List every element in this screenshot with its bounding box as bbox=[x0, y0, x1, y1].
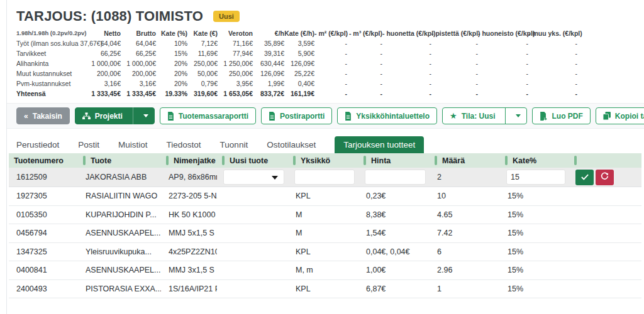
summary-value: 19.33% bbox=[156, 89, 187, 99]
cell-hinta: 8,38€ bbox=[358, 210, 430, 219]
summary-col-header: Netto bbox=[86, 28, 121, 38]
tab-tiedostot[interactable]: Tiedostot bbox=[167, 136, 201, 153]
summary-value: - bbox=[314, 48, 347, 58]
summary-value: 5,90€ bbox=[284, 48, 314, 58]
summary-col-header: Kate (€) bbox=[187, 28, 218, 38]
tab-muistiot[interactable]: Muistiot bbox=[118, 136, 148, 153]
cell-tuote: ASENNUSKAAPEL... bbox=[78, 229, 161, 237]
tab-bar: PerustiedotPostitMuistiotTiedostotTuonni… bbox=[7, 129, 644, 153]
summary-value: 3,59€ bbox=[284, 38, 314, 48]
summary-row-label: Alihankinta bbox=[16, 58, 86, 68]
summary-value: - bbox=[528, 68, 577, 78]
cell-maara: 2.96 bbox=[430, 266, 500, 274]
summary-value: 1 000,00€ bbox=[121, 58, 156, 68]
summary-value: - bbox=[314, 89, 347, 99]
product-row[interactable]: 2400493PISTORASIA EXXA...1S/16A/IP21 PPJ… bbox=[9, 280, 641, 299]
summary-value: 0,79€ bbox=[187, 78, 218, 89]
summary-value: 66,25€ bbox=[121, 48, 156, 58]
column-handle-bar bbox=[505, 156, 508, 165]
summary-value: 3,16€ bbox=[121, 78, 156, 89]
summary-value: 20% bbox=[156, 78, 187, 89]
summary-value: 319,60€ bbox=[187, 89, 218, 99]
margin-input[interactable] bbox=[506, 170, 565, 185]
cell-hinta: 0,23€ bbox=[358, 192, 430, 200]
cell-nimenjatke: HK 50 K1000 bbox=[161, 210, 217, 219]
cell-yksikko: KPL bbox=[288, 192, 358, 200]
unit-input[interactable] bbox=[294, 170, 355, 185]
summary-value: 250,00€ bbox=[187, 58, 218, 68]
create-pdf-button[interactable]: Luo PDF bbox=[532, 107, 590, 124]
price-input[interactable] bbox=[365, 170, 426, 185]
confirm-button[interactable] bbox=[575, 170, 594, 185]
cell-tuote: KUPARIJOHDIN P... bbox=[78, 210, 161, 219]
product-row[interactable]: 1347325Yleisruuvikupuka...4x25PZ2ZN100kp… bbox=[9, 243, 641, 262]
back-button[interactable]: « Takaisin bbox=[16, 107, 70, 124]
cell-tuotenumero: 1927305 bbox=[9, 192, 78, 200]
summary-value: 630,44€ bbox=[253, 58, 284, 68]
product-col-header: Yksikkö bbox=[288, 153, 358, 168]
tab-postit[interactable]: Postit bbox=[78, 136, 99, 153]
summary-value: - bbox=[314, 78, 347, 89]
tab-tuonnit[interactable]: Tuonnit bbox=[220, 136, 248, 153]
unit-price-list-button[interactable]: Yksikköhintaluettelo bbox=[337, 107, 437, 124]
summary-row: Alihankinta1 000,00€1 000,00€20%250,00€1… bbox=[16, 58, 644, 68]
summary-value: - bbox=[347, 68, 382, 78]
product-row-edit[interactable]: 1612509 JAKORASIA ABB AP9, 86x86mm IP...… bbox=[9, 168, 641, 187]
summary-value: 3,16€ bbox=[86, 78, 121, 89]
summary-value: - bbox=[382, 58, 431, 68]
summary-col-header: Kate (%) bbox=[156, 28, 187, 38]
tab-perustiedot[interactable]: Perustiedot bbox=[16, 136, 59, 153]
summary-value: 11,69€ bbox=[187, 48, 218, 58]
cell-kate bbox=[500, 170, 569, 185]
new-product-select[interactable] bbox=[223, 170, 284, 185]
tab-ostotilaukset[interactable]: Ostotilaukset bbox=[267, 136, 316, 153]
project-split-button[interactable]: Projekti bbox=[75, 107, 155, 124]
product-row[interactable]: 0400841ASENNUSKAAPEL...MMJ 3x1,5 S K6M..… bbox=[9, 261, 641, 280]
file-export-icon bbox=[540, 112, 547, 121]
project-dropdown-caret[interactable] bbox=[138, 114, 154, 117]
summary-value: - bbox=[478, 38, 528, 48]
summary-value: 833,72€ bbox=[253, 89, 284, 99]
summary-value: - bbox=[478, 78, 528, 89]
summary-value: - bbox=[431, 89, 478, 99]
check-icon bbox=[581, 173, 589, 182]
summary-value: - bbox=[528, 48, 577, 58]
summary-value: - bbox=[382, 68, 431, 78]
product-mass-report-button[interactable]: Tuotemassaraportti bbox=[160, 107, 256, 124]
cell-hinta: 1,00€ bbox=[358, 266, 430, 274]
product-row[interactable]: 0105350KUPARIJOHDIN P...HK 50 K1000M8,38… bbox=[9, 206, 641, 225]
tab-tarjouksen-tuotteet[interactable]: Tarjouksen tuotteet bbox=[335, 136, 424, 153]
product-col-header: Nimenjatke bbox=[161, 153, 217, 168]
cell-yksikko bbox=[288, 170, 358, 185]
summary-value: - bbox=[431, 78, 478, 89]
cell-tuotenumero: 1612509 bbox=[9, 173, 78, 181]
summary-col-header: - m² (€/kpl) bbox=[314, 28, 347, 38]
column-handle-bar bbox=[574, 156, 577, 165]
reset-button[interactable] bbox=[596, 170, 614, 185]
page-title: TARJOUS: (1088) TOIMISTO bbox=[16, 8, 203, 24]
summary-value: 1 333,45€ bbox=[121, 89, 156, 99]
status-split-button[interactable]: ★ Tila: Uusi bbox=[442, 107, 527, 124]
summary-value: 250,00€ bbox=[218, 68, 253, 78]
copy-quote-button[interactable]: Kopioi tarjous bbox=[596, 107, 644, 124]
copy-icon bbox=[603, 112, 611, 120]
summary-value: 1 250,00€ bbox=[218, 58, 253, 68]
summary-value: 200,00€ bbox=[86, 68, 121, 78]
post-report-button[interactable]: Postiraportti bbox=[261, 107, 332, 124]
summary-row-label: Yhteensä bbox=[16, 89, 86, 99]
cell-yksikko: KPL bbox=[288, 284, 358, 293]
summary-row-label: Muut kustannukset bbox=[16, 68, 86, 78]
cell-kate: 15% bbox=[500, 229, 569, 237]
summary-value: 3,95€ bbox=[218, 78, 253, 89]
summary-value: 126,09€ bbox=[284, 58, 314, 68]
cell-kate: 15% bbox=[500, 210, 569, 219]
cell-tuote: Yleisruuvikupuka... bbox=[78, 247, 161, 256]
summary-row: Työt (ilman sos.kulua 37,67€)64,04€64,04… bbox=[16, 38, 644, 48]
summary-value: - bbox=[478, 89, 528, 99]
star-icon: ★ bbox=[450, 112, 457, 120]
status-dropdown-caret[interactable] bbox=[510, 114, 526, 117]
product-row[interactable]: 1927305RASIALIITIN WAGO2273-205 5-NAP, .… bbox=[9, 187, 641, 206]
product-row[interactable]: 0456794ASENNUSKAAPEL...MMJ 5x1,5 S K500.… bbox=[9, 224, 641, 243]
cell-maara: 6 bbox=[430, 247, 500, 256]
summary-value: 39,31€ bbox=[253, 48, 284, 58]
